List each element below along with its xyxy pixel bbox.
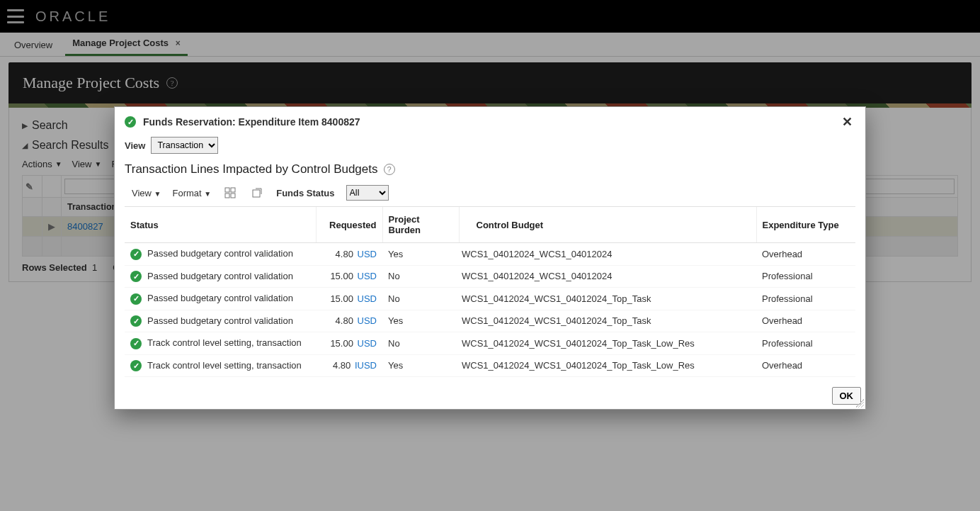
project-burden-value: Yes: [382, 243, 459, 266]
dialog-title: Funds Reservation: Expenditure Item 8400…: [143, 116, 839, 128]
success-icon: ✓: [130, 338, 142, 349]
requested-amount: 15.00: [330, 293, 353, 304]
section-title-text: Transaction Lines Impacted by Control Bu…: [125, 162, 378, 176]
caret-down-icon: ▼: [204, 190, 211, 198]
col-status[interactable]: Status: [125, 207, 316, 243]
table-row[interactable]: ✓Passed budgetary control validation4.80…: [125, 310, 855, 332]
modal-overlay: ✓ Funds Reservation: Expenditure Item 84…: [0, 0, 980, 511]
funds-status-select[interactable]: All: [346, 185, 389, 201]
expenditure-type-value: Overhead: [756, 354, 855, 377]
lines-format-menu[interactable]: Format ▼: [172, 188, 211, 198]
freeze-icon[interactable]: [222, 185, 238, 201]
requested-amount: 4.80: [336, 315, 353, 326]
dialog-footer: OK: [115, 383, 865, 409]
requested-amount: 4.80: [333, 360, 351, 371]
requested-amount: 4.80: [336, 249, 353, 259]
success-icon: ✓: [125, 116, 136, 128]
currency-code: USD: [358, 249, 377, 259]
control-budget-value: WCS1_0412024_WCS1_04012024_Top_Task_Low_…: [459, 332, 756, 355]
success-icon: ✓: [130, 293, 142, 305]
project-burden-value: No: [382, 332, 459, 355]
expenditure-type-value: Professional: [756, 265, 855, 288]
status-text: Passed budgetary control validation: [147, 315, 293, 326]
project-burden-value: Yes: [382, 354, 459, 377]
svg-rect-1: [231, 188, 235, 192]
control-budget-value: WCS1_04012024_WCS1_04012024: [459, 265, 756, 288]
status-text: Passed budgetary control validation: [147, 248, 293, 259]
view-label: View: [125, 140, 145, 151]
success-icon: ✓: [130, 360, 142, 371]
expenditure-type-value: Professional: [756, 332, 855, 355]
col-requested[interactable]: Requested: [316, 207, 382, 243]
status-text: Track control level setting, transaction: [147, 337, 302, 348]
lines-table: Status Requested Project Burden Control …: [125, 207, 855, 377]
close-icon[interactable]: ✕: [839, 114, 855, 130]
lines-toolbar: View ▼ Format ▼ Funds Status All: [125, 182, 855, 207]
currency-code: IUSD: [355, 360, 377, 371]
project-burden-value: Yes: [382, 310, 459, 332]
funds-reservation-dialog: ✓ Funds Reservation: Expenditure Item 84…: [114, 106, 866, 410]
control-budget-value: WCS1_0412024_WCS1_04012024_Top_Task_Low_…: [459, 354, 756, 377]
expenditure-type-value: Professional: [756, 288, 855, 310]
view-label: View: [132, 188, 152, 198]
project-burden-value: No: [382, 288, 459, 310]
view-select[interactable]: Transaction: [151, 137, 218, 154]
expenditure-type-value: Overhead: [756, 310, 855, 332]
svg-rect-3: [231, 193, 235, 198]
status-text: Passed budgetary control validation: [147, 293, 293, 303]
success-icon: ✓: [130, 249, 142, 260]
table-row[interactable]: ✓Passed budgetary control validation15.0…: [125, 265, 855, 288]
col-expenditure-type[interactable]: Expenditure Type: [756, 207, 855, 243]
control-budget-value: WCS1_04012024_WCS1_04012024: [459, 243, 756, 266]
format-label: Format: [172, 188, 201, 198]
expenditure-type-value: Overhead: [756, 243, 855, 266]
control-budget-value: WCS1_0412024_WCS1_04012024_Top_Task: [459, 288, 756, 310]
currency-code: USD: [358, 315, 377, 326]
svg-rect-0: [225, 188, 229, 192]
currency-code: USD: [358, 338, 377, 349]
requested-amount: 15.00: [330, 271, 353, 281]
table-row[interactable]: ✓Track control level setting, transactio…: [125, 332, 855, 355]
dialog-header: ✓ Funds Reservation: Expenditure Item 84…: [115, 107, 865, 134]
status-text: Passed budgetary control validation: [147, 271, 293, 281]
caret-down-icon: ▼: [154, 190, 161, 198]
dialog-body: View Transaction Transaction Lines Impac…: [115, 134, 865, 383]
requested-amount: 15.00: [330, 338, 353, 349]
funds-status-label: Funds Status: [276, 188, 334, 198]
project-burden-value: No: [382, 265, 459, 288]
help-icon[interactable]: ?: [384, 164, 395, 175]
status-text: Track control level setting, transaction: [147, 360, 302, 371]
section-title: Transaction Lines Impacted by Control Bu…: [125, 162, 855, 176]
detach-icon[interactable]: [249, 185, 265, 201]
col-project-burden[interactable]: Project Burden: [382, 207, 459, 243]
svg-rect-2: [225, 193, 229, 198]
view-row: View Transaction: [125, 137, 855, 154]
lines-view-menu[interactable]: View ▼: [132, 188, 161, 198]
table-row[interactable]: ✓Track control level setting, transactio…: [125, 354, 855, 377]
currency-code: USD: [358, 271, 377, 281]
success-icon: ✓: [130, 315, 142, 327]
resize-handle[interactable]: [855, 399, 864, 408]
svg-rect-4: [253, 190, 260, 197]
currency-code: USD: [358, 293, 377, 304]
table-row[interactable]: ✓Passed budgetary control validation4.80…: [125, 243, 855, 266]
success-icon: ✓: [130, 271, 142, 282]
control-budget-value: WCS1_0412024_WCS1_04012024_Top_Task: [459, 310, 756, 332]
table-row[interactable]: ✓Passed budgetary control validation15.0…: [125, 288, 855, 310]
col-control-budget[interactable]: Control Budget: [459, 207, 756, 243]
